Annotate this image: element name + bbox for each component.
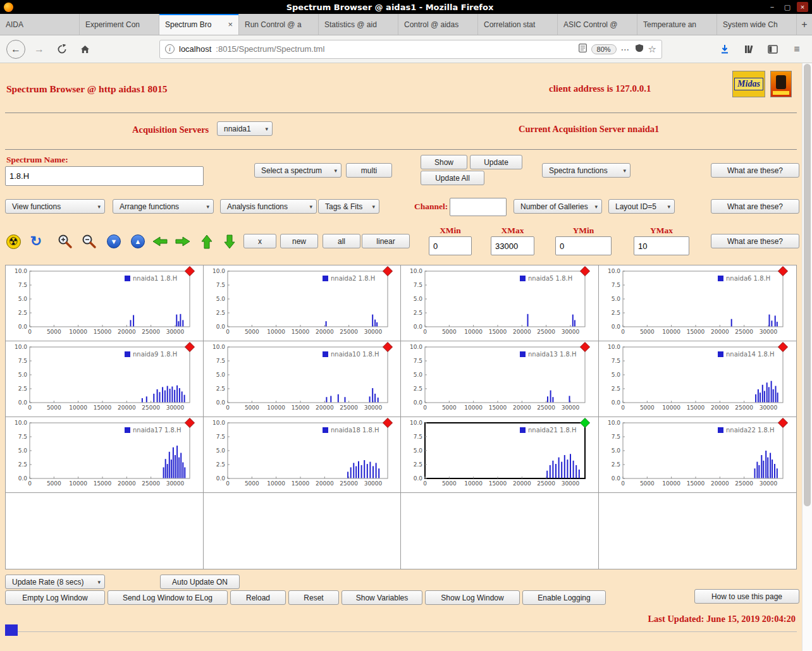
svg-text:nnaida22 1.8.H: nnaida22 1.8.H <box>726 427 775 434</box>
show-button[interactable]: Show <box>421 155 467 169</box>
url-bar[interactable]: i localhost :8015/Spectrum/Spectrum.tml … <box>159 40 662 59</box>
close-icon[interactable]: × <box>797 2 808 12</box>
home-icon[interactable] <box>76 40 94 58</box>
arrow-right-icon[interactable] <box>175 233 191 250</box>
tab-asic-control-[interactable]: ASIC Control @ <box>558 14 637 35</box>
svg-text:0.0: 0.0 <box>216 324 225 330</box>
arrow-down-icon[interactable] <box>221 233 238 250</box>
enable-logging-button[interactable]: Enable Logging <box>522 590 606 605</box>
tab-experiment-con[interactable]: Experiment Con <box>80 14 159 35</box>
refresh-icon[interactable]: ↻ <box>28 233 44 250</box>
reader-mode-icon[interactable] <box>579 44 587 54</box>
spectrum-plot-nnaida18[interactable]: 0.02.55.07.510.0050001000015000200002500… <box>204 417 402 493</box>
spectrum-plot-nnaida6[interactable]: 0.02.55.07.510.0050001000015000200002500… <box>599 265 797 341</box>
xmax-input[interactable] <box>491 236 534 255</box>
spectrum-plot-nnaida13[interactable]: 0.02.55.07.510.0050001000015000200002500… <box>401 341 599 417</box>
tab-close-icon[interactable]: × <box>228 20 233 29</box>
zoom-out-icon[interactable] <box>81 233 97 250</box>
analysis-functions-dropdown[interactable]: Analysis functions ▾ <box>220 199 317 214</box>
tab-run-control-a[interactable]: Run Control @ a <box>239 14 319 35</box>
zoom-level-badge[interactable]: 80% <box>591 44 617 54</box>
tab-control-aidas[interactable]: Control @ aidas <box>398 14 478 35</box>
page-actions-icon[interactable]: ⋯ <box>621 44 631 54</box>
spectrum-plot-nnaida2[interactable]: 0.02.55.07.510.0050001000015000200002500… <box>204 265 402 341</box>
sidebar-icon[interactable] <box>764 40 782 58</box>
radiation-icon[interactable]: ☢ <box>5 233 22 250</box>
what-are-these-button-1[interactable]: What are these? <box>711 163 799 178</box>
forward-icon[interactable]: → <box>30 40 48 58</box>
spectrum-plot-nnaida5[interactable]: 0.02.55.07.510.0050001000015000200002500… <box>401 265 599 341</box>
tab-spectrum-bro[interactable]: Spectrum Bro× <box>159 14 239 35</box>
what-are-these-button-2[interactable]: What are these? <box>711 199 799 214</box>
svg-text:5.0: 5.0 <box>18 296 28 302</box>
page-info-icon[interactable]: i <box>165 44 175 54</box>
xmin-input[interactable] <box>429 236 472 255</box>
back-icon[interactable]: ← <box>6 40 25 59</box>
ymax-input[interactable] <box>634 236 689 255</box>
arrange-functions-dropdown[interactable]: Arrange functions ▾ <box>113 199 214 214</box>
tab-system-wide-ch[interactable]: System wide Ch <box>717 14 797 35</box>
spectra-functions-dropdown[interactable]: Spectra functions ▾ <box>542 163 631 178</box>
linear-button[interactable]: linear <box>362 234 410 248</box>
number-of-galleries-dropdown[interactable]: Number of Galleries ▾ <box>514 199 602 214</box>
minimize-icon[interactable]: − <box>766 2 778 12</box>
spectrum-plot-nnaida17[interactable]: 0.02.55.07.510.0050001000015000200002500… <box>6 417 204 493</box>
scrollbar-thumb[interactable] <box>804 64 811 506</box>
downloads-icon[interactable] <box>716 40 734 58</box>
tab-statistics-aid[interactable]: Statistics @ aid <box>319 14 398 35</box>
tab-temperature-an[interactable]: Temperature an <box>637 14 717 35</box>
empty-log-window-button[interactable]: Empty Log Window <box>5 590 105 605</box>
zoom-in-icon[interactable] <box>57 233 73 250</box>
arrow-up-icon[interactable] <box>199 233 215 250</box>
select-spectrum-dropdown[interactable]: Select a spectrum ▾ <box>254 163 341 178</box>
reset-button[interactable]: Reset <box>288 590 339 605</box>
how-to-use-button[interactable]: How to use this page <box>694 589 799 604</box>
auto-update-button[interactable]: Auto Update ON <box>160 575 240 589</box>
acquisition-server-select[interactable]: nnaida1 ▾ <box>217 121 273 136</box>
tab-aida[interactable]: AIDA <box>0 14 80 35</box>
new-button[interactable]: new <box>280 234 318 248</box>
tab-correlation-stat[interactable]: Correlation stat <box>478 14 558 35</box>
channel-input[interactable] <box>450 198 507 216</box>
page-content: Spectrum Browser @ http aidas1 8015 clie… <box>0 63 812 651</box>
update-rate-dropdown[interactable]: Update Rate (8 secs) ▾ <box>5 575 105 589</box>
spectrum-name-input[interactable] <box>5 166 204 186</box>
new-tab-button[interactable]: + <box>797 14 812 35</box>
show-variables-button[interactable]: Show Variables <box>341 590 422 605</box>
ymin-input[interactable] <box>555 236 612 255</box>
reload-page-button[interactable]: Reload <box>230 590 286 605</box>
all-button[interactable]: all <box>323 234 360 248</box>
show-log-window-button[interactable]: Show Log Window <box>425 590 520 605</box>
spectrum-plot-nnaida9[interactable]: 0.02.55.07.510.0050001000015000200002500… <box>6 341 204 417</box>
chevron-down-icon: ▾ <box>618 167 626 174</box>
arrow-left-icon[interactable] <box>152 233 168 250</box>
menu-icon[interactable]: ≡ <box>788 40 806 58</box>
reload-icon[interactable] <box>53 40 71 58</box>
spectrum-plot-nnaida1[interactable]: 0.02.55.07.510.0050001000015000200002500… <box>6 265 204 341</box>
scroll-down-icon[interactable]: ▼ <box>106 233 122 250</box>
view-functions-dropdown[interactable]: View functions ▾ <box>5 199 105 214</box>
what-are-these-button-3[interactable]: What are these? <box>711 234 799 248</box>
svg-text:2.5: 2.5 <box>18 386 27 392</box>
spectrum-plot-nnaida10[interactable]: 0.02.55.07.510.0050001000015000200002500… <box>204 341 402 417</box>
pocket-icon[interactable] <box>635 44 644 54</box>
bookmark-star-icon[interactable]: ☆ <box>648 44 656 55</box>
library-icon[interactable] <box>740 40 758 58</box>
vertical-scrollbar[interactable] <box>802 63 812 651</box>
svg-text:0.0: 0.0 <box>414 475 423 482</box>
send-log-to-elog-button[interactable]: Send Log Window to ELog <box>108 590 228 605</box>
layout-id-dropdown[interactable]: Layout ID=5 ▾ <box>608 199 675 214</box>
spectrum-plot-nnaida22[interactable]: 0.02.55.07.510.0050001000015000200002500… <box>599 417 797 493</box>
spectrum-plot-nnaida14[interactable]: 0.02.55.07.510.0050001000015000200002500… <box>599 341 797 417</box>
update-all-button[interactable]: Update All <box>421 171 484 185</box>
tags-fits-dropdown[interactable]: Tags & Fits ▾ <box>318 199 379 214</box>
update-button[interactable]: Update <box>470 155 522 169</box>
spectrum-plot-nnaida21[interactable]: 0.02.55.07.510.0050001000015000200002500… <box>401 417 599 493</box>
svg-text:10.0: 10.0 <box>15 420 27 426</box>
scroll-up-icon[interactable]: ▲ <box>130 233 146 250</box>
x-button[interactable]: x <box>243 234 276 248</box>
svg-text:nnaida5 1.8.H: nnaida5 1.8.H <box>528 275 572 282</box>
maximize-icon[interactable]: ▢ <box>782 2 793 12</box>
svg-text:5.0: 5.0 <box>18 372 28 378</box>
multi-button[interactable]: multi <box>346 163 392 178</box>
